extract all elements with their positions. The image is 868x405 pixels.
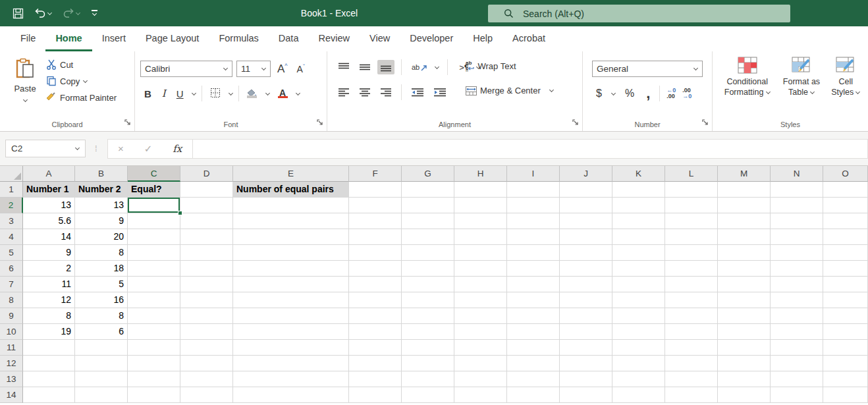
tab-review[interactable]: Review — [308, 26, 360, 51]
cell-A2[interactable]: 13 — [23, 198, 75, 213]
row-header-12[interactable]: 12 — [0, 356, 23, 371]
cell-E1[interactable]: Number of equal pairs — [233, 182, 349, 198]
cell-C3[interactable] — [128, 213, 180, 229]
cell-D11[interactable] — [180, 340, 233, 356]
cell-D8[interactable] — [180, 292, 233, 308]
column-header-h[interactable]: H — [454, 166, 507, 182]
fill-color-dropdown-chevron[interactable] — [265, 92, 270, 96]
cell-F6[interactable] — [349, 261, 402, 277]
cell-A13[interactable] — [23, 371, 75, 387]
cell-J9[interactable] — [560, 308, 612, 324]
cell-N10[interactable] — [771, 324, 823, 340]
redo-dropdown-chevron[interactable] — [76, 11, 80, 16]
cell-E8[interactable] — [233, 292, 349, 308]
cell-C8[interactable] — [128, 292, 180, 308]
cell-O4[interactable] — [823, 229, 868, 245]
cell-I8[interactable] — [507, 292, 560, 308]
cell-B2[interactable]: 13 — [75, 198, 128, 213]
cell-B11[interactable] — [75, 340, 128, 356]
row-header-3[interactable]: 3 — [0, 213, 23, 229]
column-header-e[interactable]: E — [233, 166, 349, 182]
cell-C5[interactable] — [128, 245, 180, 261]
increase-decimal-button[interactable]: ←0 .00 — [666, 88, 676, 99]
cell-D14[interactable] — [180, 387, 233, 403]
tab-data[interactable]: Data — [269, 26, 309, 51]
cell-I9[interactable] — [507, 308, 560, 324]
cell-K8[interactable] — [612, 292, 665, 308]
cell-L8[interactable] — [665, 292, 718, 308]
cell-L12[interactable] — [665, 356, 718, 371]
cell-O13[interactable] — [823, 371, 868, 387]
cell-G6[interactable] — [402, 261, 454, 277]
paste-dropdown-chevron[interactable] — [23, 98, 28, 103]
cell-J11[interactable] — [560, 340, 612, 356]
cell-E5[interactable] — [233, 245, 349, 261]
cell-A8[interactable]: 12 — [23, 292, 75, 308]
format-painter-button[interactable]: Format Painter — [46, 92, 117, 103]
cell-B14[interactable] — [75, 387, 128, 403]
name-box[interactable]: C2 — [5, 140, 86, 157]
column-header-o[interactable]: O — [823, 166, 868, 182]
cell-K5[interactable] — [612, 245, 665, 261]
cut-button[interactable]: Cut — [46, 59, 117, 70]
tab-home[interactable]: Home — [45, 26, 92, 51]
row-header-13[interactable]: 13 — [0, 371, 23, 387]
cell-L4[interactable] — [665, 229, 718, 245]
cell-M2[interactable] — [718, 198, 771, 213]
cell-J7[interactable] — [560, 277, 612, 292]
cell-G3[interactable] — [402, 213, 454, 229]
cell-H5[interactable] — [454, 245, 507, 261]
cell-H12[interactable] — [454, 356, 507, 371]
accounting-format-button[interactable]: $ — [593, 86, 605, 101]
cell-B9[interactable]: 8 — [75, 308, 128, 324]
cell-G10[interactable] — [402, 324, 454, 340]
orientation-button[interactable]: ab — [408, 61, 431, 74]
cell-O2[interactable] — [823, 198, 868, 213]
cell-F13[interactable] — [349, 371, 402, 387]
cell-O14[interactable] — [823, 387, 868, 403]
cell-C2[interactable] — [128, 198, 180, 213]
cell-N6[interactable] — [771, 261, 823, 277]
underline-dropdown-chevron[interactable] — [192, 92, 196, 96]
cell-C7[interactable] — [128, 277, 180, 292]
number-format-select[interactable]: General — [592, 61, 703, 77]
row-header-7[interactable]: 7 — [0, 277, 23, 292]
cell-M8[interactable] — [718, 292, 771, 308]
align-center-button[interactable] — [356, 85, 373, 99]
cell-K9[interactable] — [612, 308, 665, 324]
orientation-dropdown-chevron[interactable] — [435, 65, 439, 70]
cell-J6[interactable] — [560, 261, 612, 277]
cell-B13[interactable] — [75, 371, 128, 387]
cell-I5[interactable] — [507, 245, 560, 261]
cell-L14[interactable] — [665, 387, 718, 403]
cell-E12[interactable] — [233, 356, 349, 371]
cell-H8[interactable] — [454, 292, 507, 308]
cell-M6[interactable] — [718, 261, 771, 277]
cell-C13[interactable] — [128, 371, 180, 387]
tab-view[interactable]: View — [360, 26, 400, 51]
conditional-formatting-button[interactable]: Conditional Formatting — [719, 57, 776, 97]
underline-button[interactable]: U — [174, 87, 186, 101]
row-header-11[interactable]: 11 — [0, 340, 23, 356]
cell-E13[interactable] — [233, 371, 349, 387]
cell-N2[interactable] — [771, 198, 823, 213]
cell-A11[interactable] — [23, 340, 75, 356]
cell-L7[interactable] — [665, 277, 718, 292]
font-color-button[interactable]: A — [275, 88, 290, 100]
cell-E2[interactable] — [233, 198, 349, 213]
merge-center-button[interactable]: Merge & Center — [466, 86, 554, 95]
tab-insert[interactable]: Insert — [92, 26, 136, 51]
cell-G8[interactable] — [402, 292, 454, 308]
cell-I12[interactable] — [507, 356, 560, 371]
decrease-decimal-button[interactable]: .00 →0 — [682, 88, 692, 99]
cell-I4[interactable] — [507, 229, 560, 245]
search-input[interactable]: Search (Alt+Q) — [488, 5, 790, 22]
cell-F7[interactable] — [349, 277, 402, 292]
cell-M11[interactable] — [718, 340, 771, 356]
cell-G14[interactable] — [402, 387, 454, 403]
column-header-d[interactable]: D — [180, 166, 233, 182]
cell-G2[interactable] — [402, 198, 454, 213]
cell-K7[interactable] — [612, 277, 665, 292]
row-header-8[interactable]: 8 — [0, 292, 23, 308]
column-header-b[interactable]: B — [75, 166, 128, 182]
